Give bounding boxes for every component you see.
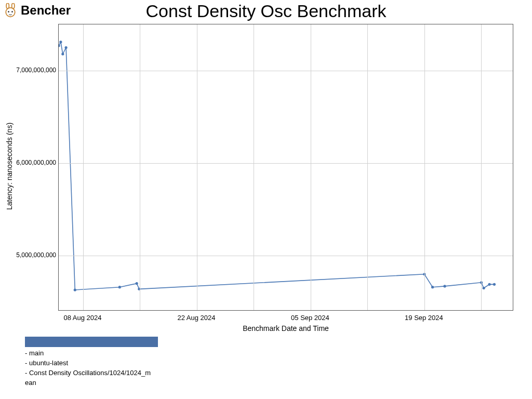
data-point bbox=[64, 46, 67, 49]
legend-line: - main bbox=[25, 349, 181, 358]
data-point bbox=[136, 282, 138, 285]
y-tick-label: 7,000,000,000 bbox=[16, 66, 56, 74]
x-tick-label: 08 Aug 2024 bbox=[63, 314, 101, 322]
x-axis-label: Benchmark Date and Time bbox=[243, 324, 329, 332]
series-line bbox=[59, 42, 495, 290]
data-point bbox=[488, 283, 490, 286]
y-tick-label: 6,000,000,000 bbox=[16, 159, 56, 166]
data-point bbox=[443, 285, 446, 287]
data-point bbox=[59, 41, 62, 43]
data-point bbox=[61, 52, 64, 55]
x-tick-label: 19 Sep 2024 bbox=[405, 314, 443, 322]
y-axis-label: Latency: nanoseconds (ns) bbox=[5, 123, 14, 210]
data-point bbox=[59, 44, 60, 47]
data-point bbox=[118, 286, 121, 288]
chart-series-svg bbox=[59, 24, 514, 311]
legend-swatch bbox=[25, 337, 158, 347]
data-point bbox=[431, 286, 434, 288]
chart-legend: - main - ubuntu-latest - Const Density O… bbox=[25, 337, 181, 388]
legend-line: ean bbox=[25, 378, 181, 388]
legend-line: - ubuntu-latest bbox=[25, 358, 181, 368]
x-tick-label: 05 Sep 2024 bbox=[291, 314, 329, 322]
chart-title: Const Density Osc Benchmark bbox=[0, 1, 532, 21]
y-tick-label: 5,000,000,000 bbox=[16, 251, 56, 259]
chart-plot-area bbox=[58, 24, 513, 311]
legend-line: - Const Density Oscillations/1024/1024_m bbox=[25, 368, 181, 378]
data-point bbox=[493, 283, 496, 286]
data-point bbox=[74, 288, 76, 291]
data-point bbox=[483, 287, 485, 289]
x-tick-label: 22 Aug 2024 bbox=[177, 314, 215, 322]
